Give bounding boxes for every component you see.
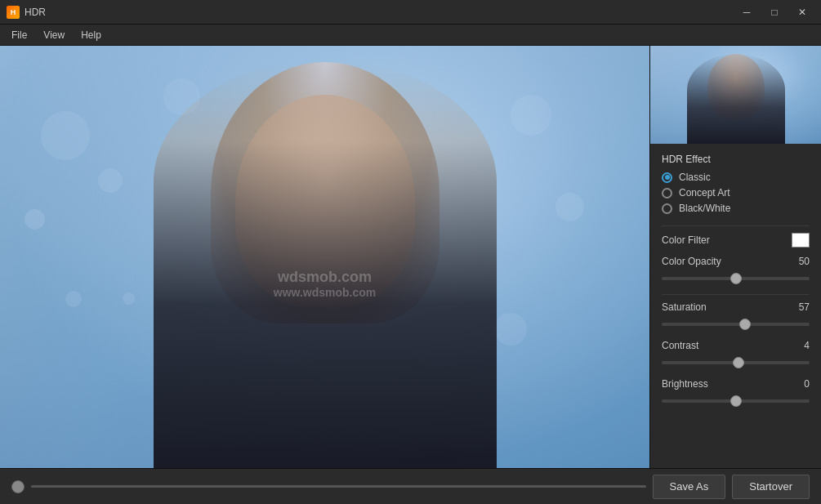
main-content: wdsmob.com www.wdsmob.com HDR Effect Cla… — [0, 46, 821, 468]
brightness-slider[interactable] — [662, 399, 810, 403]
contrast-slider-container: Contrast 4 — [662, 340, 810, 367]
color-opacity-row: Color Opacity 50 — [662, 256, 810, 267]
color-filter-row: Color Filter — [662, 233, 810, 248]
color-filter-label: Color Filter — [662, 234, 710, 246]
app-icon: H — [7, 6, 20, 19]
brightness-value: 0 — [804, 378, 810, 390]
effect-concept-art[interactable]: Concept Art — [662, 187, 810, 198]
menu-file[interactable]: File — [3, 28, 35, 42]
saturation-label: Saturation — [662, 301, 707, 313]
brightness-slider-container: Brightness 0 — [662, 378, 810, 405]
close-button[interactable]: ✕ — [790, 4, 814, 20]
bottom-bar: Save As Startover — [0, 468, 821, 504]
contrast-slider[interactable] — [662, 361, 810, 364]
color-opacity-slider-container: Color Opacity 50 — [662, 256, 810, 283]
thumb-figure — [687, 54, 785, 144]
preview-thumbnail — [650, 46, 821, 144]
zoom-slider-thumb — [11, 480, 25, 493]
app-title: HDR — [25, 7, 46, 18]
color-swatch[interactable] — [792, 233, 810, 248]
zoom-slider-container — [11, 480, 646, 493]
radio-classic — [662, 172, 672, 183]
menu-view[interactable]: View — [35, 28, 73, 42]
effect-classic[interactable]: Classic — [662, 172, 810, 183]
effect-concept-art-label: Concept Art — [679, 187, 730, 198]
save-as-button[interactable]: Save As — [653, 475, 726, 499]
brightness-row: Brightness 0 — [662, 378, 810, 390]
maximize-button[interactable]: □ — [762, 4, 787, 20]
radio-concept-art — [662, 188, 672, 198]
saturation-slider[interactable] — [662, 323, 810, 326]
startover-button[interactable]: Startover — [732, 475, 810, 499]
window-controls: ─ □ ✕ — [734, 4, 814, 20]
saturation-row: Saturation 57 — [662, 301, 810, 313]
photo-canvas: wdsmob.com www.wdsmob.com — [0, 46, 649, 468]
color-opacity-value: 50 — [799, 256, 810, 267]
portrait-body — [154, 60, 497, 468]
separator-2 — [662, 294, 810, 295]
color-opacity-slider[interactable] — [662, 277, 810, 280]
contrast-value: 4 — [804, 340, 810, 351]
saturation-value: 57 — [799, 301, 810, 313]
effect-black-white-label: Black/White — [679, 203, 730, 214]
menu-help[interactable]: Help — [73, 28, 109, 42]
right-panel: HDR Effect Classic Concept Art Black/Whi… — [649, 46, 821, 468]
controls-area: HDR Effect Classic Concept Art Black/Whi… — [650, 144, 821, 468]
zoom-slider-track — [31, 485, 646, 488]
effect-classic-label: Classic — [679, 172, 711, 183]
color-opacity-label: Color Opacity — [662, 256, 721, 267]
title-bar: H HDR ─ □ ✕ — [0, 0, 821, 25]
hdr-effect-label: HDR Effect — [662, 154, 810, 165]
menu-bar: File View Help — [0, 25, 821, 46]
contrast-label: Contrast — [662, 340, 698, 351]
radio-black-white — [662, 203, 672, 214]
image-panel: wdsmob.com www.wdsmob.com — [0, 46, 649, 468]
brightness-label: Brightness — [662, 378, 708, 390]
contrast-row: Contrast 4 — [662, 340, 810, 351]
separator-1 — [662, 225, 810, 226]
minimize-button[interactable]: ─ — [734, 4, 759, 20]
saturation-slider-container: Saturation 57 — [662, 301, 810, 328]
hdr-effect-group: Classic Concept Art Black/White — [662, 172, 810, 214]
effect-black-white[interactable]: Black/White — [662, 203, 810, 214]
